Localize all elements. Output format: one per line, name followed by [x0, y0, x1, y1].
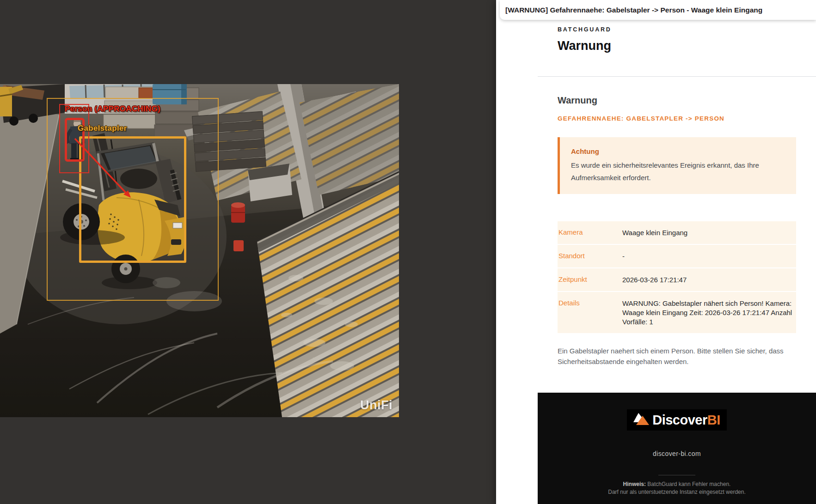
row-label: Kamera	[558, 221, 615, 244]
brand-name: BATCHGUARD	[558, 26, 612, 33]
hinweis-line2: Darf nur als unterstuetzende Instanz ein…	[608, 489, 746, 495]
row-value: -	[615, 245, 796, 267]
footer-disclaimer: Hinweis: BatchGuard kann Fehler machen. …	[538, 480, 816, 496]
attention-callout: Achtung Es wurde ein sicherheitsrelevant…	[558, 137, 796, 194]
header-divider	[538, 76, 816, 77]
row-value: Waage klein Eingang	[615, 221, 796, 244]
person-detection-label: Person (APPROACHING)	[65, 104, 160, 114]
forklift-detection-label: Gabelstapler	[78, 124, 127, 133]
email-footer: DiscoverBI discover-bi.com Hinweis: Batc…	[538, 393, 816, 504]
event-details-table: Kamera Waage klein Eingang Standort - Ze…	[558, 221, 796, 334]
callout-title: Achtung	[571, 147, 785, 155]
table-row: Zeitpunkt 2026-03-26 17:21:47	[558, 268, 796, 291]
logo-text: DiscoverBI	[652, 413, 720, 427]
hinweis-label: Hinweis:	[623, 481, 646, 487]
table-row: Standort -	[558, 245, 796, 267]
table-row: Details WARNUNG: Gabelstapler nähert sic…	[558, 292, 796, 333]
camera-snapshot: ERDE	[0, 84, 399, 417]
notification-subject-bar[interactable]: [WARNUNG] Gefahrennaehe: Gabelstapler ->…	[500, 0, 816, 20]
row-label: Zeitpunkt	[558, 268, 615, 291]
logo-part-discover: Discover	[652, 413, 707, 427]
unifi-watermark: UniFi	[360, 398, 393, 413]
safety-note: Ein Gabelstapler naehert sich einem Pers…	[558, 346, 800, 367]
row-label: Standort	[558, 245, 615, 267]
email-body: BATCHGUARD Warnung Warnung GEFAHRENNAEHE…	[538, 0, 816, 504]
mountain-icon	[633, 413, 649, 427]
footer-divider	[658, 475, 695, 475]
row-value: 2026-03-26 17:21:47	[615, 268, 796, 291]
row-value: WARNUNG: Gabelstapler nähert sich Person…	[615, 292, 796, 333]
forklift-bounding-box	[79, 136, 186, 263]
section-title: Warnung	[558, 95, 597, 105]
notification-subject: [WARNUNG] Gefahrennaehe: Gabelstapler ->…	[505, 6, 762, 14]
callout-text: Es wurde ein sicherheitsrelevantes Ereig…	[571, 159, 785, 184]
table-row: Kamera Waage klein Eingang	[558, 221, 796, 244]
row-label: Details	[558, 292, 615, 333]
discoverbi-logo: DiscoverBI	[627, 409, 727, 431]
website-link[interactable]: discover-bi.com	[538, 450, 816, 457]
logo-part-bi: BI	[707, 413, 720, 427]
alert-panel: [WARNUNG] Gefahrennaehe: Gabelstapler ->…	[496, 0, 816, 504]
page-title: Warnung	[558, 39, 611, 53]
hinweis-text: BatchGuard kann Fehler machen.	[646, 481, 730, 487]
event-type-label: GEFAHRENNAEHE: GABELSTAPLER -> PERSON	[558, 115, 724, 122]
